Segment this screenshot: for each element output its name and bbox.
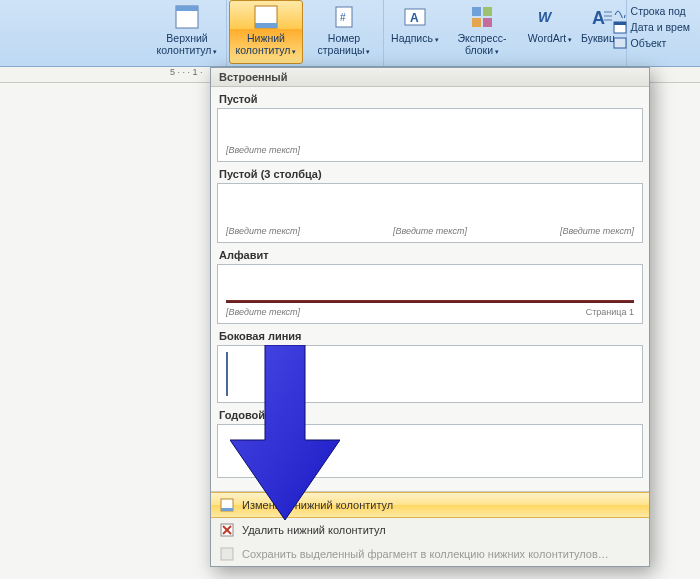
bottom-header-button[interactable]: Нижний колонтитул (229, 0, 303, 64)
ribbon-side-list: Строка под Дата и врем Объект (613, 4, 690, 50)
gallery-item-label: Пустой (219, 93, 641, 105)
remove-footer-label: Удалить нижний колонтитул (242, 524, 386, 536)
datetime-button[interactable]: Дата и врем (613, 20, 690, 34)
wordart-label: WordArt (528, 33, 572, 45)
svg-text:#: # (340, 12, 346, 23)
svg-rect-25 (221, 548, 233, 560)
gallery-item-label: Алфавит (219, 249, 641, 261)
svg-rect-3 (255, 23, 277, 28)
hash-icon: # (330, 3, 358, 31)
top-header-label: Верхний колонтитул (155, 33, 219, 56)
svg-text:A: A (410, 11, 419, 25)
gallery-item-alphabet[interactable]: [Введите текст] Страница 1 (217, 264, 643, 324)
side-line (226, 352, 228, 396)
bottom-header-label: Нижний колонтитул (234, 33, 298, 56)
placeholder-text: [Введите текст] (226, 226, 300, 236)
svg-rect-19 (614, 38, 626, 48)
svg-rect-21 (221, 508, 233, 511)
gallery-footer: Изменить нижний колонтитул Удалить нижни… (211, 491, 649, 566)
ribbon: Верхний колонтитул Нижний колонтитул # Н… (0, 0, 700, 67)
gallery-header: Встроенный (211, 68, 649, 87)
gallery-item-sideline[interactable] (217, 345, 643, 403)
textbox-label: Надпись (391, 33, 439, 45)
signature-line-label: Строка под (631, 5, 686, 17)
placeholder-text: [Введите текст] (226, 307, 300, 317)
ribbon-group-footer: Нижний колонтитул (227, 0, 305, 66)
textbox-icon: A (401, 3, 429, 31)
svg-rect-9 (483, 7, 492, 16)
footer-icon (252, 3, 280, 31)
remove-icon (219, 522, 235, 538)
top-header-button[interactable]: Верхний колонтитул (150, 0, 224, 64)
edit-footer-menuitem[interactable]: Изменить нижний колонтитул (211, 492, 649, 518)
quickparts-label: Экспресс-блоки (450, 33, 514, 56)
save-icon (219, 546, 235, 562)
placeholder-text: [Введите текст] (393, 226, 467, 236)
gallery-item-3col[interactable]: [Введите текст] [Введите текст] [Введите… (217, 183, 643, 243)
ruler-marks: 5 · · · 1 · (170, 67, 203, 77)
svg-text:A: A (592, 8, 605, 28)
object-icon (613, 36, 627, 50)
ribbon-group-text: A Надпись Экспресс-блоки W WordArt A (384, 0, 627, 66)
placeholder-text: [Введите текст] (226, 145, 300, 155)
svg-rect-8 (472, 7, 481, 16)
placeholder-text: [Введите текст] (560, 226, 634, 236)
gallery-item-empty[interactable]: [Введите текст] (217, 108, 643, 162)
calendar-icon (613, 20, 627, 34)
gallery-item-label: Пустой (3 столбца) (219, 168, 641, 180)
save-selection-label: Сохранить выделенный фрагмент в коллекци… (242, 548, 609, 560)
edit-icon (219, 497, 235, 513)
object-button[interactable]: Объект (613, 36, 690, 50)
object-label: Объект (631, 37, 667, 49)
svg-rect-1 (176, 6, 198, 11)
gallery-item-label: Боковая линия (219, 330, 641, 342)
wordart-button[interactable]: W WordArt (524, 0, 576, 64)
datetime-label: Дата и врем (631, 21, 690, 33)
page-number-text: Страница 1 (586, 307, 634, 317)
wordart-icon: W (536, 3, 564, 31)
save-selection-menuitem: Сохранить выделенный фрагмент в коллекци… (211, 542, 649, 566)
gallery-item-label: Годовой (219, 409, 641, 421)
divider-line (226, 300, 634, 303)
ribbon-group-pagenum: # Номер страницы (305, 0, 384, 66)
page-number-label: Номер страницы (312, 33, 376, 56)
remove-footer-menuitem[interactable]: Удалить нижний колонтитул (211, 518, 649, 542)
gallery-body: Пустой [Введите текст] Пустой (3 столбца… (211, 87, 649, 491)
signature-icon (613, 4, 627, 18)
footer-gallery-dropdown: Встроенный Пустой [Введите текст] Пустой… (210, 67, 650, 567)
header-icon (173, 3, 201, 31)
textbox-button[interactable]: A Надпись (390, 0, 440, 64)
gallery-item-annual[interactable] (217, 424, 643, 478)
svg-rect-11 (483, 18, 492, 27)
quickparts-icon (468, 3, 496, 31)
ribbon-group-headerfooter: Верхний колонтитул (148, 0, 227, 66)
edit-footer-label: Изменить нижний колонтитул (242, 499, 393, 511)
page-number-button[interactable]: # Номер страницы (307, 0, 381, 64)
signature-line-button[interactable]: Строка под (613, 4, 690, 18)
svg-rect-18 (614, 22, 626, 25)
quickparts-button[interactable]: Экспресс-блоки (442, 0, 522, 64)
svg-rect-10 (472, 18, 481, 27)
svg-text:W: W (538, 9, 553, 25)
dropcap-icon: A (587, 3, 615, 31)
